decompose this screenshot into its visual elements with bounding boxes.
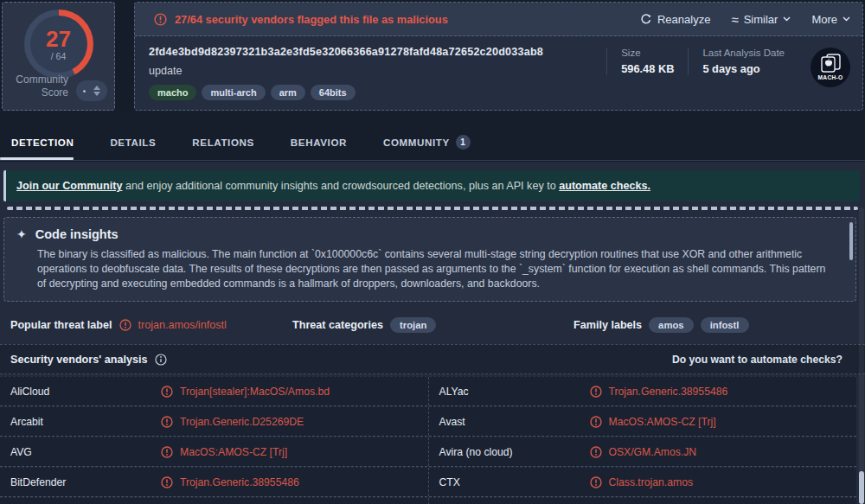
tab-behavior-label: BEHAVIOR: [291, 137, 347, 148]
similar-waves-icon: ≈: [731, 12, 738, 27]
vendor-name: Avast: [439, 416, 590, 428]
detections-total: / 64: [51, 51, 67, 61]
table-row: Arcabit Trojan.Generic.D25269DE Avast Ma…: [0, 406, 856, 437]
vendor-cell: Arcabit Trojan.Generic.D25269DE: [0, 407, 428, 436]
tag-multi-arch[interactable]: multi-arch: [202, 85, 265, 100]
alert-icon: [590, 386, 602, 398]
vendors-table: AliCloud Trojan[stealer]:MacOS/Amos.bd A…: [0, 376, 856, 504]
family-labels-group: Family labels amos infostl: [573, 309, 749, 341]
join-community-banner: Join our Community and enjoy additional …: [3, 170, 860, 201]
warning-icon: [119, 319, 131, 331]
file-tags: macho multi-arch arm 64bits: [149, 85, 543, 100]
tabs: DETECTION DETAILS RELATIONS BEHAVIOR COM…: [11, 135, 471, 150]
detection-label: OSX/GM.Amos.JN: [609, 446, 697, 458]
tag-macho[interactable]: macho: [149, 85, 196, 100]
sparkle-icon: ✦: [16, 227, 27, 241]
community-vote-widget[interactable]: [76, 80, 107, 101]
tab-details-label: DETAILS: [110, 137, 156, 148]
detection-label: Class.trojan.amos: [609, 476, 694, 488]
vertical-scrollbar-thumb[interactable]: [859, 471, 864, 504]
vendor-cell: Avira (no cloud) OSX/GM.Amos.JN: [428, 437, 857, 466]
tab-community-label: COMMUNITY: [383, 137, 450, 148]
tab-detection[interactable]: DETECTION: [11, 135, 74, 150]
detection-result: Trojan[stealer]:MacOS/Amos.bd: [161, 386, 330, 398]
horizontal-scrollbar[interactable]: [7, 207, 858, 210]
join-community-middle: and enjoy additional community insights …: [122, 180, 559, 192]
popular-threat-value[interactable]: trojan.amos/infostl: [138, 319, 227, 331]
detection-result: MacOS:AMOS-CZ [Trj]: [590, 416, 716, 428]
vote-dot-icon: [83, 90, 86, 93]
reanalyze-button[interactable]: Reanalyze: [640, 13, 710, 26]
vendor-cell: [428, 498, 857, 504]
vendor-cell: Avast MacOS:AMOS-CZ [Trj]: [428, 407, 857, 436]
info-icon[interactable]: [155, 354, 167, 366]
tab-relations[interactable]: RELATIONS: [192, 135, 254, 150]
detection-result: Trojan.Generic.38955486: [161, 476, 299, 488]
community-score-card: 27 / 64 Community Score: [2, 2, 115, 111]
file-meta: Size 596.48 KB Last Analysis Date 5 days…: [606, 46, 850, 100]
svg-text:MACH-O: MACH-O: [818, 74, 843, 80]
vendor-cell: AVG MacOS:AMOS-CZ [Trj]: [0, 437, 428, 466]
alert-icon: [161, 476, 173, 488]
vendor-name: ALYac: [439, 386, 590, 398]
warning-icon: [154, 13, 167, 26]
table-row: AVG MacOS:AMOS-CZ [Trj] Avira (no cloud)…: [0, 437, 856, 467]
vendor-cell: ALYac Trojan.Generic.38955486: [428, 377, 857, 405]
family-labels-label: Family labels: [573, 319, 642, 331]
detection-label: MacOS:AMOS-CZ [Trj]: [180, 446, 287, 458]
macho-filetype-icon: MACH-O: [811, 48, 850, 87]
detection-label: Trojan.Generic.D25269DE: [180, 416, 304, 428]
file-header-card: 27/64 security vendors flagged this file…: [134, 2, 863, 111]
code-insights-body: The binary is classified as malicious. T…: [37, 247, 833, 291]
tab-behavior[interactable]: BEHAVIOR: [291, 135, 347, 150]
code-insights-title: Code insights: [35, 227, 119, 241]
popular-threat-label: Popular threat label: [10, 319, 112, 331]
table-row-partial: [0, 497, 856, 504]
size-value: 596.48 KB: [621, 62, 674, 75]
vendor-name: BitDefender: [10, 476, 161, 488]
similar-button[interactable]: ≈ Similar: [731, 12, 791, 27]
join-community-text: Join our Community and enjoy additional …: [16, 180, 650, 192]
detection-result: Trojan.Generic.38955486: [590, 386, 728, 398]
vote-arrows-icon[interactable]: [93, 86, 100, 96]
popular-threat-label-group: Popular threat label trojan.amos/infostl: [10, 309, 227, 341]
detection-label: MacOS:AMOS-CZ [Trj]: [609, 416, 716, 428]
insights-scrollbar-thumb[interactable]: [849, 222, 853, 260]
size-label: Size: [621, 48, 674, 58]
detection-score-ring: 27 / 64: [24, 10, 93, 79]
join-community-link[interactable]: Join our Community: [16, 180, 122, 192]
tag-64bits[interactable]: 64bits: [311, 85, 356, 100]
vendor-name: Arcabit: [10, 416, 161, 428]
community-count-badge: 1: [456, 135, 471, 150]
similar-label: Similar: [744, 13, 778, 26]
vertical-scrollbar-track[interactable]: [859, 207, 864, 504]
vendors-analysis-title: Security vendors' analysis: [10, 354, 147, 366]
threat-classification-row: Popular threat label trojan.amos/infostl…: [0, 309, 865, 341]
community-score-label: Community Score: [11, 73, 68, 99]
threat-categories-label: Threat categories: [292, 319, 383, 331]
tab-details[interactable]: DETAILS: [110, 135, 156, 150]
vote-up-icon[interactable]: [93, 86, 100, 90]
detection-result: Class.trojan.amos: [590, 476, 694, 488]
category-trojan-pill[interactable]: trojan: [390, 317, 436, 333]
reanalyze-icon: [640, 13, 652, 25]
vendor-cell: BitDefender Trojan.Generic.38955486: [0, 468, 428, 496]
file-name: update: [149, 65, 543, 77]
vote-down-icon[interactable]: [93, 92, 100, 96]
vendor-name: AVG: [10, 446, 161, 458]
vendor-cell: CTX Class.trojan.amos: [428, 468, 857, 496]
more-label: More: [811, 13, 837, 26]
automate-checks-question-link[interactable]: Do you want to automate checks?: [672, 354, 855, 366]
vendor-name: CTX: [439, 476, 590, 488]
detection-label: Trojan.Generic.38955486: [609, 386, 728, 398]
detection-result: OSX/GM.Amos.JN: [590, 446, 697, 458]
tag-arm[interactable]: arm: [271, 85, 305, 100]
more-button[interactable]: More: [811, 13, 850, 26]
alert-icon: [161, 446, 173, 458]
vendor-cell: [0, 498, 428, 504]
tab-community[interactable]: COMMUNITY 1: [383, 135, 471, 150]
family-amos-pill[interactable]: amos: [649, 317, 694, 333]
automate-checks-link[interactable]: automate checks.: [559, 180, 650, 192]
family-infostl-pill[interactable]: infostl: [701, 317, 749, 333]
report-tabbar: DETECTION DETAILS RELATIONS BEHAVIOR COM…: [0, 111, 865, 161]
